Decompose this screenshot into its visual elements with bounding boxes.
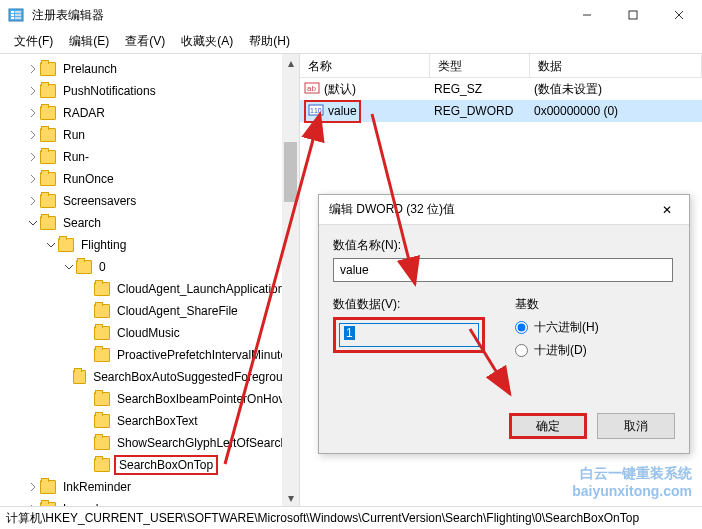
tree-label: ShowSearchGlyphLeftOfSearch	[114, 435, 290, 451]
value-name: value	[328, 104, 357, 118]
menu-edit[interactable]: 编辑(E)	[61, 31, 117, 52]
folder-icon	[94, 282, 110, 296]
tree-item[interactable]: SearchBoxIbeamPointerOnHover	[0, 388, 299, 410]
folder-icon	[40, 150, 56, 164]
col-type[interactable]: 类型	[430, 54, 530, 77]
chevron-down-icon[interactable]	[44, 240, 58, 250]
tree-label: SearchBoxText	[114, 413, 201, 429]
col-data[interactable]: 数据	[530, 54, 702, 77]
tree-item[interactable]: SearchBoxText	[0, 410, 299, 432]
tree-label: InkReminder	[60, 479, 134, 495]
chevron-right-icon[interactable]	[26, 64, 40, 74]
radix-hex-radio[interactable]	[515, 321, 528, 334]
folder-icon	[94, 458, 110, 472]
tree-item[interactable]: Search	[0, 212, 299, 234]
menu-favorites[interactable]: 收藏夹(A)	[173, 31, 241, 52]
svg-rect-3	[11, 17, 14, 19]
tree-item[interactable]: Launch	[0, 498, 299, 506]
edit-dword-dialog: 编辑 DWORD (32 位)值 ✕ 数值名称(N): 数值数据(V): 1 基…	[318, 194, 690, 454]
menu-help[interactable]: 帮助(H)	[241, 31, 298, 52]
folder-icon	[40, 480, 56, 494]
ok-button[interactable]: 确定	[509, 413, 587, 439]
scroll-up-icon[interactable]: ▴	[282, 54, 299, 71]
tree-item[interactable]: PushNotifications	[0, 80, 299, 102]
folder-icon	[40, 128, 56, 142]
folder-icon	[73, 370, 86, 384]
value-name-input[interactable]	[333, 258, 673, 282]
menu-file[interactable]: 文件(F)	[6, 31, 61, 52]
tree-label: PushNotifications	[60, 83, 159, 99]
chevron-right-icon[interactable]	[26, 130, 40, 140]
chevron-right-icon[interactable]	[26, 482, 40, 492]
tree-item[interactable]: Run-	[0, 146, 299, 168]
svg-text:110: 110	[310, 107, 322, 114]
tree-item[interactable]: ShowSearchGlyphLeftOfSearch	[0, 432, 299, 454]
list-row[interactable]: ab(默认)REG_SZ(数值未设置)	[300, 78, 702, 100]
tree-item[interactable]: InkReminder	[0, 476, 299, 498]
radix-dec[interactable]: 十进制(D)	[515, 342, 599, 359]
minimize-button[interactable]	[564, 0, 610, 30]
folder-icon	[40, 216, 56, 230]
svg-rect-4	[15, 11, 21, 13]
tree-scrollbar[interactable]: ▴ ▾	[282, 54, 299, 506]
tree-pane[interactable]: PrelaunchPushNotificationsRADARRunRun-Ru…	[0, 54, 300, 506]
scroll-down-icon[interactable]: ▾	[282, 489, 299, 506]
chevron-right-icon[interactable]	[26, 174, 40, 184]
radix-hex[interactable]: 十六进制(H)	[515, 319, 599, 336]
folder-icon	[94, 326, 110, 340]
svg-rect-2	[11, 14, 14, 16]
folder-icon	[58, 238, 74, 252]
scroll-thumb[interactable]	[284, 142, 297, 202]
string-value-icon: ab	[304, 80, 320, 99]
svg-rect-5	[15, 14, 21, 16]
menubar: 文件(F) 编辑(E) 查看(V) 收藏夹(A) 帮助(H)	[0, 30, 702, 54]
value-data-highlight: 1	[333, 317, 485, 353]
tree-item[interactable]: Run	[0, 124, 299, 146]
tree-item[interactable]: SearchBoxAutoSuggestedForeground	[0, 366, 299, 388]
tree-item[interactable]: CloudAgent_ShareFile	[0, 300, 299, 322]
tree-item[interactable]: Flighting	[0, 234, 299, 256]
chevron-right-icon[interactable]	[26, 196, 40, 206]
tree-item[interactable]: CloudAgent_LaunchApplication	[0, 278, 299, 300]
tree-item[interactable]: RunOnce	[0, 168, 299, 190]
tree-label: Run-	[60, 149, 92, 165]
maximize-button[interactable]	[610, 0, 656, 30]
tree-item[interactable]: SearchBoxOnTop	[0, 454, 299, 476]
folder-icon	[94, 392, 110, 406]
dialog-titlebar[interactable]: 编辑 DWORD (32 位)值 ✕	[319, 195, 689, 225]
tree-label: SearchBoxAutoSuggestedForeground	[90, 369, 299, 385]
dialog-close-button[interactable]: ✕	[655, 203, 679, 217]
menu-view[interactable]: 查看(V)	[117, 31, 173, 52]
chevron-down-icon[interactable]	[26, 218, 40, 228]
chevron-right-icon[interactable]	[26, 152, 40, 162]
folder-icon	[40, 194, 56, 208]
value-name: (默认)	[324, 81, 356, 98]
tree-item[interactable]: Screensavers	[0, 190, 299, 212]
chevron-down-icon[interactable]	[62, 262, 76, 272]
svg-rect-1	[11, 11, 14, 13]
dialog-title: 编辑 DWORD (32 位)值	[329, 201, 655, 218]
titlebar: 注册表编辑器	[0, 0, 702, 30]
tree-item[interactable]: CloudMusic	[0, 322, 299, 344]
tree-item[interactable]: ProactivePrefetchIntervalMinutes	[0, 344, 299, 366]
tree-item[interactable]: 0	[0, 256, 299, 278]
folder-icon	[40, 502, 56, 506]
radix-dec-radio[interactable]	[515, 344, 528, 357]
tree-item[interactable]: Prelaunch	[0, 58, 299, 80]
chevron-right-icon[interactable]	[26, 504, 40, 506]
cancel-button[interactable]: 取消	[597, 413, 675, 439]
tree-label: Prelaunch	[60, 61, 120, 77]
chevron-right-icon[interactable]	[26, 108, 40, 118]
value-data-input[interactable]: 1	[339, 323, 479, 347]
tree-label: RADAR	[60, 105, 108, 121]
tree-label: ProactivePrefetchIntervalMinutes	[114, 347, 296, 363]
folder-icon	[40, 172, 56, 186]
highlighted-value: 110value	[304, 100, 361, 123]
chevron-right-icon[interactable]	[26, 86, 40, 96]
col-name[interactable]: 名称	[300, 54, 430, 77]
value-data-label: 数值数据(V):	[333, 296, 485, 313]
tree-item[interactable]: RADAR	[0, 102, 299, 124]
close-button[interactable]	[656, 0, 702, 30]
list-row[interactable]: 110valueREG_DWORD0x00000000 (0)	[300, 100, 702, 122]
folder-icon	[76, 260, 92, 274]
